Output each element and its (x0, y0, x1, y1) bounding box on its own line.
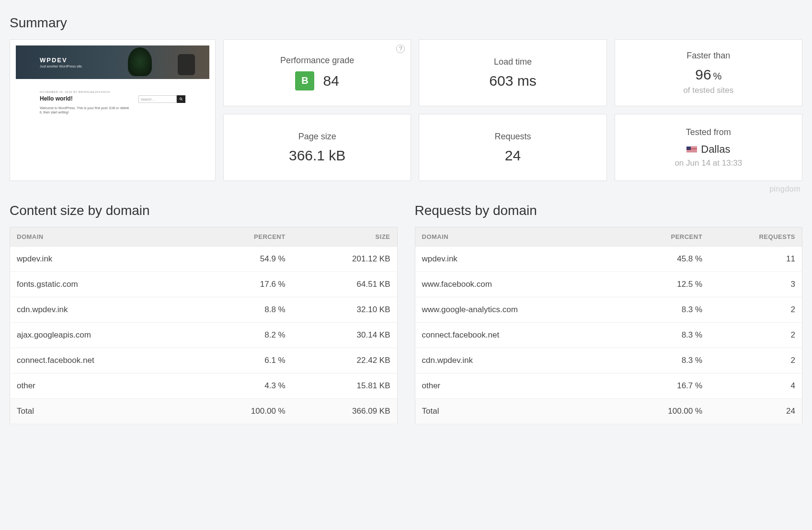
cell-domain: wpdev.ink (415, 247, 620, 272)
preview-post-excerpt: Welcome to WordPress. This is your first… (40, 106, 131, 114)
requests-by-domain-table: DOMAIN PERCENT REQUESTS wpdev.ink45.8 %1… (415, 227, 803, 424)
requests-by-domain-heading: Requests by domain (415, 203, 803, 218)
col-percent[interactable]: PERCENT (620, 227, 709, 247)
cell-size: 201.12 KB (292, 247, 397, 272)
cell-requests: 2 (709, 323, 802, 348)
table-row: wpdev.ink45.8 %11 (415, 247, 802, 272)
load-time-value: 603 ms (489, 73, 536, 89)
cell-percent: 6.1 % (195, 348, 292, 373)
cell-percent: 8.8 % (195, 297, 292, 323)
performance-score: 84 (323, 73, 339, 89)
cell-domain: other (10, 373, 195, 399)
table-row: connect.facebook.net8.3 %2 (415, 323, 802, 348)
pingdom-brand: pingdom (10, 185, 801, 193)
load-time-card: Load time 603 ms (419, 39, 606, 106)
grade-badge: B (295, 71, 314, 90)
cell-percent: 54.9 % (195, 247, 292, 272)
preview-plant-graphic (128, 47, 152, 76)
cell-percent: 4.3 % (195, 373, 292, 399)
preview-post-title: Hello world! (40, 95, 131, 102)
tested-from-label: Tested from (686, 127, 731, 137)
table-row: www.google-analytics.com8.3 %2 (415, 297, 802, 323)
content-size-table: DOMAIN PERCENT SIZE wpdev.ink54.9 %201.1… (10, 227, 398, 424)
page-size-card: Page size 366.1 kB (223, 114, 411, 181)
col-requests[interactable]: REQUESTS (709, 227, 802, 247)
col-percent[interactable]: PERCENT (195, 227, 292, 247)
preview-thumbnail: WPDEV Just another WordPress site NOVEMB… (16, 45, 209, 118)
cell-requests: 11 (709, 247, 802, 272)
faster-than-label: Faster than (686, 51, 730, 61)
table-row: ajax.googleapis.com8.2 %30.14 KB (10, 323, 398, 348)
performance-grade-card: ? Performance grade B 84 (223, 39, 411, 106)
requests-card: Requests 24 (419, 114, 606, 181)
col-domain[interactable]: DOMAIN (10, 227, 195, 247)
table-row: other4.3 %15.81 KB (10, 373, 398, 399)
cell-requests: 3 (709, 272, 802, 297)
preview-banner: WPDEV Just another WordPress site (16, 45, 209, 79)
cell-percent: 8.2 % (195, 323, 292, 348)
faster-than-unit: % (713, 71, 722, 81)
cell-requests: 4 (709, 373, 802, 399)
table-row: cdn.wpdev.ink8.3 %2 (415, 348, 802, 373)
tested-from-location: Dallas (701, 143, 730, 155)
cell-domain: cdn.wpdev.ink (10, 297, 195, 323)
preview-site-tagline: Just another WordPress site (40, 65, 209, 68)
cell-total-requests: 24 (709, 399, 802, 424)
cell-domain: ajax.googleapis.com (10, 323, 195, 348)
faster-than-sub: of tested sites (683, 86, 733, 95)
content-size-heading: Content size by domain (10, 203, 398, 218)
page-size-value: 366.1 kB (289, 147, 345, 164)
table-row: wpdev.ink54.9 %201.12 KB (10, 247, 398, 272)
cell-percent: 8.3 % (620, 348, 709, 373)
cell-requests: 2 (709, 348, 802, 373)
col-domain[interactable]: DOMAIN (415, 227, 620, 247)
table-row: fonts.gstatic.com17.6 %64.51 KB (10, 272, 398, 297)
svg-line-1 (182, 100, 183, 101)
help-icon[interactable]: ? (396, 45, 405, 53)
requests-value: 24 (505, 147, 521, 164)
cell-size: 64.51 KB (292, 272, 397, 297)
preview-post-meta: NOVEMBER 19, 2016 BY BRIANLEEJACKSON (40, 90, 185, 93)
preview-search: Search ... (138, 95, 185, 103)
cell-total-label: Total (10, 399, 195, 424)
tested-from-time: on Jun 14 at 13:33 (675, 158, 742, 168)
col-size[interactable]: SIZE (292, 227, 397, 247)
cell-total-label: Total (415, 399, 620, 424)
cell-size: 22.42 KB (292, 348, 397, 373)
summary-grid: WPDEV Just another WordPress site NOVEMB… (10, 39, 802, 181)
preview-thumbnail-card[interactable]: WPDEV Just another WordPress site NOVEMB… (10, 39, 216, 181)
faster-than-card: Faster than 96% of tested sites (615, 39, 802, 106)
summary-heading: Summary (10, 15, 802, 31)
cell-size: 32.10 KB (292, 297, 397, 323)
faster-than-value: 96 (695, 67, 711, 82)
cell-domain: connect.facebook.net (10, 348, 195, 373)
page-size-label: Page size (298, 132, 336, 142)
cell-domain: other (415, 373, 620, 399)
cell-percent: 16.7 % (620, 373, 709, 399)
load-time-label: Load time (494, 57, 532, 67)
table-total-row: Total100.00 %366.09 KB (10, 399, 398, 424)
cell-total-percent: 100.00 % (195, 399, 292, 424)
cell-total-percent: 100.00 % (620, 399, 709, 424)
cell-domain: fonts.gstatic.com (10, 272, 195, 297)
table-row: other16.7 %4 (415, 373, 802, 399)
cell-percent: 8.3 % (620, 297, 709, 323)
cell-domain: www.facebook.com (415, 272, 620, 297)
cell-percent: 8.3 % (620, 323, 709, 348)
cell-requests: 2 (709, 297, 802, 323)
table-row: connect.facebook.net6.1 %22.42 KB (10, 348, 398, 373)
cell-size: 15.81 KB (292, 373, 397, 399)
content-size-section: Content size by domain DOMAIN PERCENT SI… (10, 197, 398, 424)
cell-total-size: 366.09 KB (292, 399, 397, 424)
tested-from-card: Tested from Dallas on Jun 14 at 13:33 (615, 114, 802, 181)
preview-search-input: Search ... (138, 95, 177, 103)
requests-by-domain-section: Requests by domain DOMAIN PERCENT REQUES… (415, 197, 803, 424)
cell-size: 30.14 KB (292, 323, 397, 348)
performance-grade-label: Performance grade (280, 56, 354, 66)
us-flag-icon (686, 147, 697, 153)
cell-percent: 45.8 % (620, 247, 709, 272)
cell-domain: www.google-analytics.com (415, 297, 620, 323)
table-row: cdn.wpdev.ink8.8 %32.10 KB (10, 297, 398, 323)
table-total-row: Total100.00 %24 (415, 399, 802, 424)
cell-domain: connect.facebook.net (415, 323, 620, 348)
